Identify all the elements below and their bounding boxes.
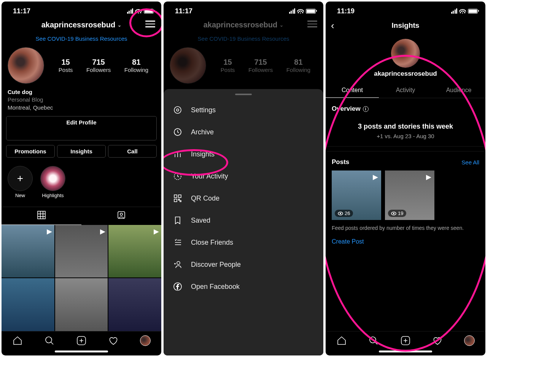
svg-point-6 — [120, 213, 122, 215]
menu-item-facebook[interactable]: Open Facebook — [164, 276, 323, 298]
insights-icon — [173, 149, 183, 159]
screen-profile: 11:17 akaprincessrosebud ⌄ See COVID-19 … — [2, 2, 161, 355]
menu-item-discover[interactable]: Discover People — [164, 253, 323, 276]
username-dropdown[interactable]: akaprincessrosebud ⌄ — [41, 21, 122, 29]
covid-resources-link[interactable]: See COVID-19 Business Resources — [2, 33, 161, 47]
plus-icon — [8, 166, 33, 191]
nav-home-icon[interactable] — [336, 335, 347, 346]
status-time: 11:19 — [337, 7, 355, 15]
wifi-icon — [459, 7, 466, 15]
insights-button[interactable]: Insights — [57, 145, 106, 158]
back-icon[interactable]: ‹ — [331, 20, 334, 32]
status-bar: 11:19 — [326, 2, 485, 17]
svg-point-27 — [177, 261, 180, 265]
post-thumbnail[interactable] — [2, 278, 54, 331]
svg-rect-22 — [178, 199, 180, 200]
tagged-icon — [117, 211, 126, 219]
overview-main: 3 posts and stories this week — [332, 123, 479, 131]
stat-posts[interactable]: 15 Posts — [59, 58, 73, 73]
grid-icon — [37, 211, 46, 219]
tab-content[interactable]: Content — [326, 83, 379, 98]
bio-name: Cute dog — [8, 88, 155, 96]
nav-profile-icon[interactable] — [140, 335, 151, 346]
post-thumbnail[interactable]: ▶ — [2, 225, 54, 278]
menu-item-close-friends[interactable]: Close Friends — [164, 231, 323, 253]
menu-sheet: Settings Archive Insights Your Activity … — [164, 89, 323, 355]
views-badge: 26 — [335, 210, 353, 217]
status-time: 11:17 — [175, 7, 192, 15]
post-thumbnail[interactable] — [55, 278, 108, 331]
status-bar: 11:17 — [2, 2, 161, 17]
insights-avatar — [391, 39, 420, 68]
gear-icon — [173, 105, 183, 115]
avatar-icon — [140, 335, 151, 346]
nav-activity-icon[interactable] — [108, 335, 119, 346]
highlight-item[interactable]: Highlights — [40, 166, 65, 198]
post-thumbnail[interactable]: ▶ — [108, 225, 161, 278]
nav-activity-icon[interactable] — [432, 335, 443, 346]
signal-icon — [289, 8, 296, 14]
tab-grid[interactable] — [2, 207, 81, 225]
bookmark-icon — [173, 215, 183, 225]
overview-label: Overview — [332, 105, 361, 113]
tab-activity[interactable]: Activity — [379, 83, 432, 98]
nav-home-icon[interactable] — [12, 335, 23, 346]
chevron-down-icon: ⌄ — [118, 22, 121, 28]
nav-create-icon[interactable] — [400, 335, 411, 346]
profile-stats-row: 15 Posts 715 Followers 81 Following — [2, 47, 161, 88]
menu-item-settings[interactable]: Settings — [164, 99, 323, 121]
nav-search-icon[interactable] — [44, 335, 55, 346]
screen-menu: 11:17 akaprincessrosebud⌄ See COVID-19 B… — [164, 2, 323, 355]
home-indicator — [379, 351, 432, 352]
play-icon: ▶ — [100, 227, 105, 236]
post-thumb[interactable]: ▶ 19 — [385, 171, 434, 220]
signal-icon — [127, 8, 134, 14]
create-post-link[interactable]: Create Post — [332, 238, 479, 245]
overview-section: Overview i 3 posts and stories this week… — [326, 98, 485, 146]
post-thumbnail[interactable] — [108, 278, 161, 331]
play-icon: ▶ — [426, 173, 431, 181]
status-time: 11:17 — [13, 7, 30, 15]
battery-icon — [306, 9, 316, 14]
profile-avatar[interactable] — [8, 47, 44, 84]
edit-profile-button[interactable]: Edit Profile — [6, 116, 157, 140]
svg-line-8 — [51, 342, 53, 344]
see-all-link[interactable]: See All — [461, 159, 479, 166]
tab-audience[interactable]: Audience — [432, 83, 485, 98]
nav-profile-icon[interactable] — [464, 335, 475, 346]
highlight-new[interactable]: New — [8, 166, 33, 198]
posts-grid: ▶ ▶ ▶ — [2, 225, 161, 331]
svg-point-32 — [340, 213, 341, 214]
menu-item-insights[interactable]: Insights — [164, 143, 323, 165]
profile-tabs — [2, 207, 161, 225]
menu-item-saved[interactable]: Saved — [164, 209, 323, 231]
posts-section: Posts See All ▶ 26 ▶ 19 Feed posts order… — [326, 151, 485, 252]
menu-item-activity[interactable]: Your Activity — [164, 165, 323, 187]
nav-create-icon[interactable] — [76, 335, 87, 346]
posts-label: Posts — [332, 158, 349, 166]
svg-rect-21 — [174, 199, 177, 202]
post-thumbnail[interactable]: ▶ — [55, 225, 108, 278]
status-bar: 11:17 — [164, 2, 323, 17]
battery-icon — [468, 9, 478, 14]
nav-search-icon[interactable] — [368, 335, 379, 346]
hamburger-menu-icon[interactable] — [145, 21, 155, 27]
info-icon[interactable]: i — [363, 106, 369, 112]
stat-following[interactable]: 81 Following — [124, 58, 148, 73]
tab-tagged[interactable] — [81, 207, 161, 225]
insights-header: ‹ Insights — [326, 17, 485, 34]
bio-location: Montreal, Quebec — [8, 104, 155, 112]
wifi-icon — [297, 7, 304, 15]
post-thumb[interactable]: ▶ 26 — [332, 171, 381, 220]
menu-item-qr[interactable]: QR Code — [164, 187, 323, 209]
insights-username: akaprincessrosebud — [326, 70, 485, 78]
sheet-handle[interactable] — [235, 94, 252, 95]
svg-point-34 — [393, 213, 394, 214]
call-button[interactable]: Call — [108, 145, 157, 158]
promotions-button[interactable]: Promotions — [6, 145, 55, 158]
stat-followers[interactable]: 715 Followers — [86, 58, 111, 73]
bottom-nav — [2, 331, 161, 348]
status-icons — [127, 7, 154, 15]
menu-item-archive[interactable]: Archive — [164, 121, 323, 143]
svg-rect-0 — [38, 211, 45, 219]
